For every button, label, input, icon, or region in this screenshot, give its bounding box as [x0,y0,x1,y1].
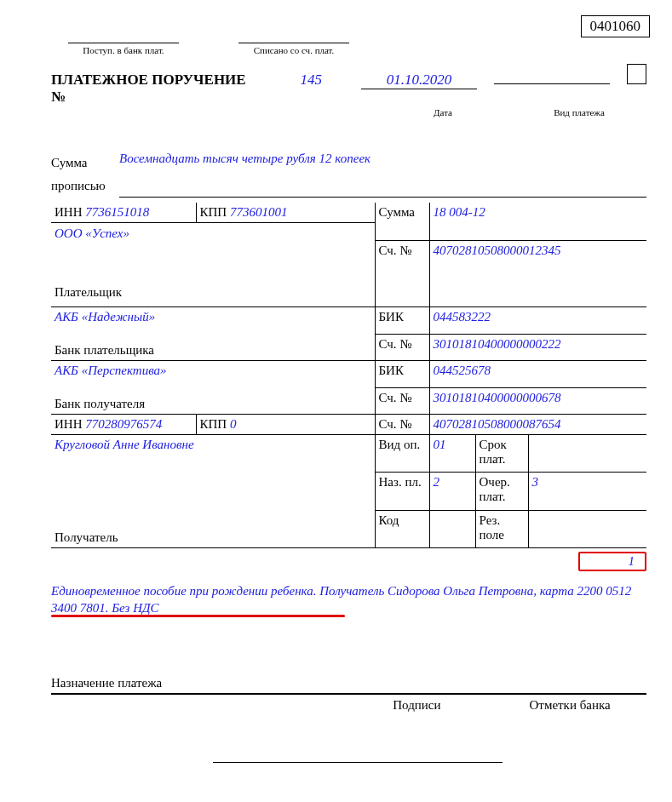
naz-pl: 2 [429,473,475,510]
payer-name: ООО «Успех» [55,226,371,241]
payer-inn-label: ИНН [55,205,83,219]
payer-label: Плательщик [55,285,371,300]
signature-lines: М.П. [51,747,646,802]
payer-acc-label: Сч. № [375,241,429,307]
recip-label: Получатель [55,530,371,545]
payer-amount: 18 004-12 [429,203,646,223]
received-label: Поступ. в банк плат. [68,43,179,55]
document-title: ПЛАТЕЖНОЕ ПОРУЧЕНИЕ № [51,72,258,106]
document-number: 145 [279,72,345,89]
recip-acc: 40702810508000087654 [429,415,646,435]
recip-name: Кругловой Анне Ивановне [55,438,371,452]
payment-type [494,67,610,84]
date-label: Дата [383,107,503,117]
payment-purpose-label: Назначение платежа [51,676,646,695]
payer-inn: 7736151018 [85,205,149,219]
top-stamp-labels: Поступ. в банк плат. Списано со сч. плат… [51,43,646,55]
payer-amount-label: Сумма [375,203,429,223]
payer-kpp-label: КПП [200,205,227,219]
writtenoff-label: Списано со сч. плат. [238,43,349,55]
naz-pl-label: Наз. пл. [375,473,429,510]
payer-acc: 40702810508000012345 [429,241,646,307]
recip-bank-label: Банк получателя [55,397,371,411]
recip-kpp: 0 [230,417,237,431]
title-row: ПЛАТЕЖНОЕ ПОРУЧЕНИЕ № 145 01.10.2020 [51,64,646,106]
amount-in-words: Восемнадцать тысяч четыре рубля 12 копее… [119,152,646,198]
bank-marks-label: Отметки банка [493,698,646,713]
srok-label: Срок плат. [475,435,528,473]
recip-bank-acc: 30101810400000000678 [429,387,646,415]
payer-bank-bik: 044583222 [429,307,646,335]
main-table: ИНН 7736151018 КПП 773601001 Сумма 18 00… [51,203,646,548]
payer-bank-name: АКБ «Надежный» [55,310,371,324]
vid-op-label: Вид оп. [375,435,429,473]
rez-label: Рез. поле [475,510,528,547]
form-code: 0401060 [581,15,651,37]
payer-bank-bik-label: БИК [375,307,429,335]
recip-bank-name: АКБ «Перспектива» [55,364,371,378]
recip-inn-label: ИНН [55,417,83,431]
recip-kpp-label: КПП [200,417,227,431]
payer-bank-label: Банк плательщика [55,343,371,358]
recip-inn: 770280976574 [85,417,162,431]
recip-bank-bik: 044525678 [429,361,646,388]
payer-kpp: 773601001 [230,205,288,219]
red-underline-annotation [51,615,345,617]
ocher-label: Очер. плат. [475,473,528,510]
vid-op: 01 [429,435,475,473]
status-box [627,64,646,84]
amount-words-label2: прописью [51,175,119,198]
payer-bank-acc-label: Сч. № [375,334,429,361]
signature-header: Подписи Отметки банка [51,698,646,713]
payment-purpose-text: Единовременное пособие при рождении ребе… [51,583,646,616]
recip-bank-bik-label: БИК [375,361,429,388]
ocher: 3 [528,473,646,510]
amount-words-label1: Сумма [51,152,119,175]
kod-label: Код [375,510,429,547]
amount-in-words-row: Сумма прописью Восемнадцать тысяч четыре… [51,152,646,198]
title-sublabels: Дата Вид платежа [51,107,646,117]
document-date: 01.10.2020 [361,72,477,89]
signatures-label: Подписи [341,698,494,713]
recip-acc-label: Сч. № [375,415,429,435]
recip-bank-acc-label: Сч. № [375,387,429,415]
highlighted-code: 1 [578,552,646,571]
payer-bank-acc: 30101810400000000222 [429,334,646,361]
type-label: Вид платежа [520,107,639,117]
